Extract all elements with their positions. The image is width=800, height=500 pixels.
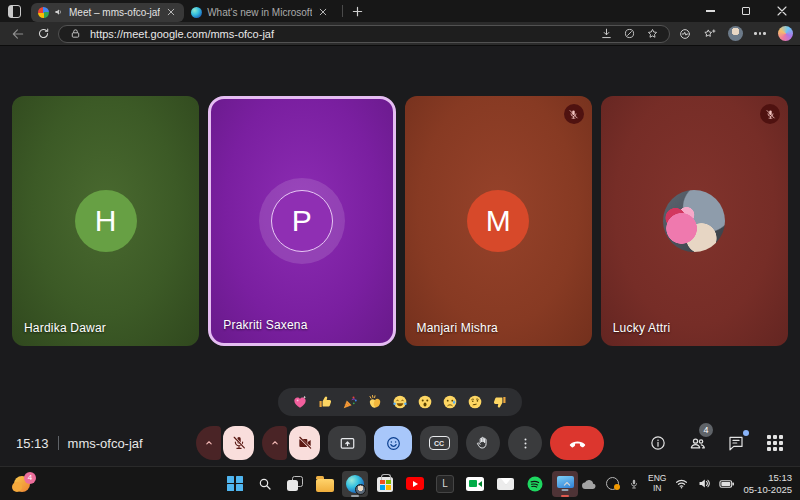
refresh-icon[interactable] <box>33 25 53 43</box>
l-app-button[interactable]: L <box>432 471 458 497</box>
close-button[interactable] <box>764 0 800 22</box>
reactions-button[interactable] <box>374 426 412 460</box>
system-tray: ENGIN 15:1305-10-2025 <box>561 472 792 496</box>
google-meet-button[interactable] <box>462 471 488 497</box>
reaction-surprised-icon[interactable] <box>417 394 433 410</box>
task-view-button[interactable] <box>282 471 308 497</box>
present-screen-button[interactable] <box>328 426 366 460</box>
tab-close-icon[interactable] <box>165 6 177 18</box>
edge-icon <box>346 475 364 493</box>
cc-icon: CC <box>429 436 450 450</box>
reaction-party-popper-icon[interactable] <box>342 394 358 410</box>
mic-muted-icon <box>760 104 780 124</box>
copilot-icon[interactable] <box>775 25 795 43</box>
l-app-icon: L <box>436 475 454 493</box>
tab-audio-icon[interactable] <box>54 7 64 17</box>
tray-mic-icon[interactable] <box>628 477 640 491</box>
mic-muted-icon <box>564 104 584 124</box>
folder-icon <box>316 479 334 492</box>
meeting-details-button[interactable] <box>647 432 669 454</box>
bookmark-star-icon[interactable] <box>644 25 661 43</box>
meeting-code: mms-ofco-jaf <box>68 436 143 451</box>
chat-button[interactable] <box>725 432 747 454</box>
volume-icon[interactable] <box>697 477 711 490</box>
hidden-icons-chevron[interactable] <box>561 478 573 490</box>
url-text[interactable]: https://meet.google.com/mms-ofco-jaf <box>90 28 592 40</box>
participant-name: Prakriti Saxena <box>223 318 307 332</box>
youtube-icon <box>406 477 424 490</box>
tab-title: What's new in Microsoft Edge <box>207 7 312 18</box>
camera-off-button[interactable] <box>289 426 320 460</box>
tray-time: 15:13 <box>768 472 792 483</box>
captions-button[interactable]: CC <box>420 426 458 460</box>
participant-tile[interactable]: Lucky Attri <box>601 96 788 346</box>
widgets-icon-secondary <box>12 482 22 492</box>
more-options-button[interactable] <box>508 426 542 460</box>
spotify-icon <box>526 475 544 493</box>
minimize-button[interactable] <box>692 0 728 22</box>
address-bar[interactable]: https://meet.google.com/mms-ofco-jaf <box>58 25 670 43</box>
camera-control-group <box>262 426 320 460</box>
tab-meet[interactable]: Meet – mms-ofco-jaf <box>31 3 184 22</box>
tab-actions-icon[interactable] <box>8 5 21 18</box>
reaction-thumbs-down-icon[interactable] <box>492 394 508 410</box>
file-explorer-button[interactable] <box>312 471 338 497</box>
edge-taskbar-button[interactable] <box>342 471 368 497</box>
edge-favicon-icon <box>191 7 202 18</box>
meeting-info: 15:13 mms-ofco-jaf <box>16 436 143 451</box>
tab-edge-whats-new[interactable]: What's new in Microsoft Edge <box>184 3 336 22</box>
battery-icon[interactable] <box>719 478 735 490</box>
favorites-hub-icon[interactable] <box>700 25 720 43</box>
participant-tile[interactable]: M Manjari Mishra <box>405 96 592 346</box>
browser-essentials-icon[interactable] <box>675 25 695 43</box>
mail-button[interactable] <box>492 471 518 497</box>
reaction-sparkling-heart-icon[interactable] <box>292 394 308 410</box>
participant-tile[interactable]: H Hardika Dawar <box>12 96 199 346</box>
mail-icon <box>497 478 514 490</box>
new-tab-button[interactable] <box>349 3 365 19</box>
reactions-bar <box>278 388 522 416</box>
reaction-thumbs-up-icon[interactable] <box>317 394 333 410</box>
reaction-clapping-hands-icon[interactable] <box>367 394 383 410</box>
reaction-joy-icon[interactable] <box>392 394 408 410</box>
taskbar-clock[interactable]: 15:1305-10-2025 <box>743 472 792 496</box>
avatar: H <box>75 190 137 252</box>
download-icon[interactable] <box>598 25 615 43</box>
reaction-crying-icon[interactable] <box>442 394 458 410</box>
language-indicator[interactable]: ENGIN <box>648 474 666 494</box>
youtube-button[interactable] <box>402 471 428 497</box>
activities-button[interactable] <box>764 432 786 454</box>
spotify-button[interactable] <box>522 471 548 497</box>
tab-separator <box>342 5 343 17</box>
profile-avatar[interactable] <box>725 25 745 43</box>
divider <box>58 436 59 450</box>
lock-icon[interactable] <box>67 25 84 43</box>
taskbar-apps: L <box>222 471 578 497</box>
onedrive-icon[interactable] <box>581 478 597 490</box>
windows-taskbar: 4 L ENGIN 15:1305-10-2025 <box>0 466 800 500</box>
camera-options-button[interactable] <box>262 426 287 460</box>
participant-tile-speaking[interactable]: P Prakriti Saxena <box>208 96 395 346</box>
mic-off-button[interactable] <box>223 426 254 460</box>
store-icon <box>377 477 393 492</box>
browser-menu-icon[interactable] <box>750 25 770 43</box>
meet-camera-icon <box>466 477 484 491</box>
start-button[interactable] <box>222 471 248 497</box>
raise-hand-button[interactable] <box>466 426 500 460</box>
search-button[interactable] <box>252 471 278 497</box>
back-icon[interactable] <box>8 25 28 43</box>
phone-link-icon[interactable] <box>605 476 620 491</box>
wifi-icon[interactable] <box>674 477 689 490</box>
people-button[interactable]: 4 <box>686 432 708 454</box>
apps-grid-icon <box>767 435 782 450</box>
microsoft-store-button[interactable] <box>372 471 398 497</box>
tab-close-icon[interactable] <box>317 6 329 18</box>
web-capture-icon[interactable] <box>621 25 638 43</box>
browser-titlebar: Meet – mms-ofco-jaf What's new in Micros… <box>0 0 800 22</box>
end-call-button[interactable] <box>550 426 604 460</box>
reaction-thinking-icon[interactable] <box>467 394 483 410</box>
maximize-button[interactable] <box>728 0 764 22</box>
mic-options-button[interactable] <box>196 426 221 460</box>
meet-page: H Hardika Dawar P Prakriti Saxena M Manj… <box>0 46 800 466</box>
widgets-button[interactable]: 4 <box>12 472 36 496</box>
